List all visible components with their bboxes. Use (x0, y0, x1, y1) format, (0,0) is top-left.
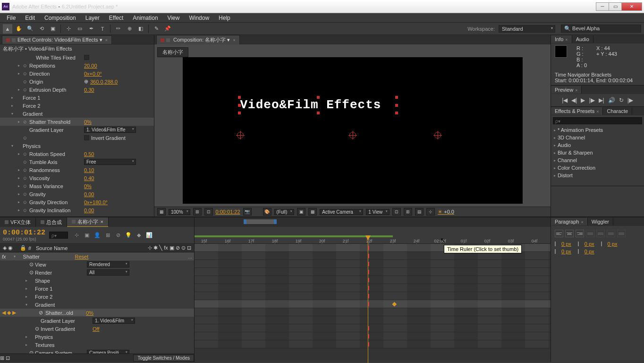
rect-tool[interactable]: ▭ (75, 24, 85, 34)
workspace-dropdown[interactable]: Standard (499, 25, 555, 33)
timeline-property-row[interactable]: ▸Force 2 (0, 293, 194, 301)
justify-all-button[interactable] (617, 230, 626, 237)
selection-tool[interactable]: ▲ (3, 24, 12, 34)
preset-category[interactable]: * Animation Presets (551, 126, 644, 134)
fast-preview-icon[interactable]: ⊞ (404, 208, 412, 216)
character-tab[interactable]: Characte (603, 107, 632, 115)
timeline-property-row[interactable]: ▸Physics (0, 333, 194, 341)
exposure-value[interactable]: ☀ +0.0 (438, 209, 454, 215)
track-row[interactable] (195, 308, 551, 316)
property-value[interactable]: 0% (84, 119, 92, 125)
puppet-tool[interactable]: 📌 (163, 24, 172, 34)
timeline-property-row[interactable]: ▾Gradient (0, 301, 194, 309)
first-frame-button[interactable]: |◀ (562, 97, 568, 104)
effects-search[interactable]: ρ▾ (553, 117, 642, 124)
indent-left-value[interactable]: 0 px (561, 241, 571, 247)
anchor-tool[interactable]: ⊹ (64, 24, 73, 34)
track-row[interactable] (195, 300, 551, 308)
track-row[interactable] (195, 316, 551, 324)
brainstorm-icon[interactable]: 💡 (124, 231, 133, 240)
property-row[interactable]: ⊙ Invert Gradient (0, 134, 154, 142)
effect-controls-tab[interactable]: Effect Controls: Video&Film Effects ▾× (2, 35, 112, 44)
property-row[interactable]: ▸⊙Mass Variance0% (0, 182, 154, 190)
text-tool[interactable]: T (98, 24, 107, 34)
footer-timecode[interactable]: 0:00:01:22 (216, 209, 240, 215)
time-navigator[interactable] (195, 217, 551, 227)
property-value[interactable]: 0x+0.0° (84, 71, 102, 77)
maximize-button[interactable]: ▭ (609, 2, 622, 11)
preview-tab[interactable]: Preview× (551, 86, 582, 94)
menu-edit[interactable]: Edit (20, 14, 40, 22)
space-after-value[interactable]: 0 px (585, 249, 594, 254)
auto-keyframe-icon[interactable]: ◆ (134, 231, 144, 240)
paragraph-tab[interactable]: Paragraph× (551, 218, 588, 225)
channel-icon[interactable]: 🎨 (263, 208, 271, 216)
last-frame-button[interactable]: ▶| (599, 97, 604, 104)
timeline-property-row[interactable]: fx▾ShatterReset ... (0, 252, 194, 260)
property-value[interactable]: 0.30 (84, 87, 94, 93)
indent-first-value[interactable]: 0 px (585, 241, 594, 247)
composition-tab[interactable]: Composition: 名称小字 ▾× (156, 35, 240, 44)
preset-category[interactable]: Distort (551, 172, 644, 179)
align-left-button[interactable] (555, 230, 563, 237)
property-row[interactable]: ▸Force 2 (0, 102, 154, 110)
workspace-search[interactable]: 🔍 Bevel Alpha (561, 25, 641, 33)
eraser-tool[interactable]: ◧ (136, 24, 145, 34)
property-value[interactable]: 0.40 (84, 175, 94, 181)
rotate-tool[interactable]: ⟲ (37, 24, 46, 34)
wiggler-tab[interactable]: Wiggler (588, 218, 613, 225)
property-value[interactable]: 0x+180.0° (84, 199, 108, 205)
preset-category[interactable]: Color Correction (551, 164, 644, 172)
motion-blur-icon[interactable]: ⊘ (113, 231, 123, 240)
track-row[interactable] (195, 260, 551, 268)
timecode-base-icon[interactable]: ⊡ (204, 208, 213, 216)
timeline-property-row[interactable]: ⊙Invert GradientOff (0, 325, 194, 333)
track-row[interactable] (195, 276, 551, 284)
timeline-property-row[interactable]: Gradient Layer1. Video&Film (0, 317, 194, 325)
prev-frame-button[interactable]: ◀| (571, 97, 577, 104)
loop-button[interactable]: ↻ (619, 97, 624, 104)
minimize-button[interactable]: ─ (596, 2, 609, 11)
audio-tab[interactable]: Audio (572, 35, 593, 43)
camera-tool[interactable]: ▣ (48, 24, 58, 34)
timeline-property-row[interactable]: ◀ ◆ ▶⊘Shatter...old0% (0, 309, 194, 317)
indent-right-value[interactable]: 0 px (608, 241, 618, 247)
property-row[interactable]: ▸⊘Shatter Threshold0% (0, 118, 154, 126)
property-value[interactable]: 0.00 (84, 207, 94, 213)
timeline-property-row[interactable]: ⊙Camera SystemCamera Positi (0, 349, 194, 354)
property-row[interactable]: ▾Physics (0, 142, 154, 150)
property-row[interactable]: ⊙Origin⊕ 360.0,288.0 (0, 78, 154, 86)
justify-right-button[interactable] (607, 230, 615, 237)
timeline-timecode[interactable]: 0:00:01:22 (3, 229, 45, 237)
property-row[interactable]: ▸⊙Gravity Direction0x+180.0° (0, 198, 154, 206)
frame-blend-icon[interactable]: ⊞ (103, 231, 112, 240)
composition-text-layer[interactable]: Video&Film Effects (240, 98, 381, 112)
space-before-value[interactable]: 0 px (561, 249, 571, 254)
timeline-search[interactable]: ρ▾ (49, 232, 68, 239)
property-row[interactable]: ▾Gradient (0, 110, 154, 118)
property-dropdown[interactable]: Free (84, 159, 136, 165)
timeline-tab[interactable]: VFX立体 (0, 218, 36, 227)
menu-help[interactable]: Help (214, 14, 235, 22)
menu-layer[interactable]: Layer (81, 14, 104, 22)
track-row[interactable] (195, 340, 551, 348)
composition-frame[interactable]: Video&Film Effects (183, 57, 523, 204)
track-row[interactable] (195, 324, 551, 332)
timeline-property-row[interactable]: ▸Textures (0, 341, 194, 349)
transparency-icon[interactable]: ▩ (308, 208, 317, 216)
menu-window[interactable]: Window (184, 14, 214, 22)
comp-mini-flowchart-icon[interactable]: ⊹ (72, 231, 81, 240)
align-right-button[interactable] (576, 230, 584, 237)
effects-presets-tab[interactable]: Effects & Presets× (551, 107, 603, 115)
property-row[interactable]: ▸⊙Extrusion Depth0.30 (0, 86, 154, 94)
brush-tool[interactable]: ✏ (113, 24, 123, 34)
timeline-property-row[interactable]: ⊙ViewRendered (0, 260, 194, 268)
property-value[interactable]: 0.10 (84, 167, 94, 173)
timeline-property-row[interactable]: ▸Force 1 (0, 285, 194, 293)
comp-name-tab[interactable]: 名称小字 (157, 47, 188, 57)
align-center-button[interactable] (565, 230, 574, 237)
track-row[interactable] (195, 292, 551, 300)
track-row[interactable] (195, 284, 551, 292)
zoom-tool[interactable]: 🔍 (25, 24, 35, 34)
force-target-icon[interactable] (237, 132, 244, 138)
